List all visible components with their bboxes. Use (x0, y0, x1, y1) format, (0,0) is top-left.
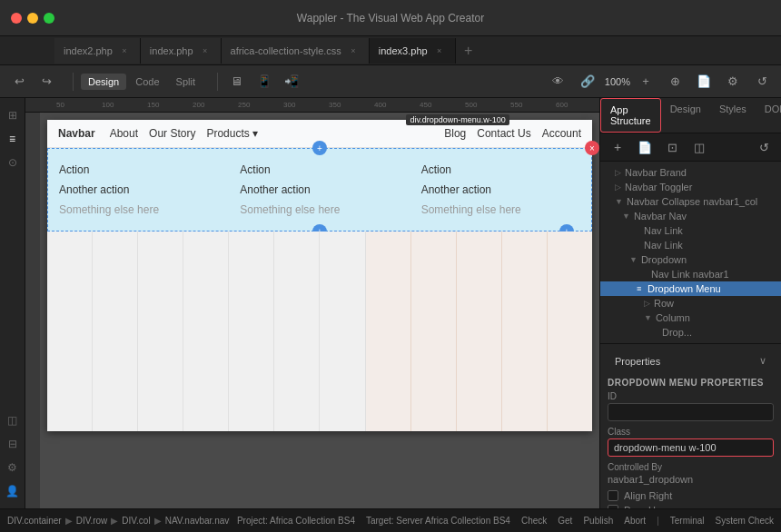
tab-styles[interactable]: Styles (710, 98, 756, 133)
tree-item-navnav[interactable]: ▼ Navbar Nav (600, 209, 781, 223)
gear-icon[interactable]: ⚙ (3, 458, 23, 478)
tree-item-dropdown-menu[interactable]: ≡ Dropdown Menu (600, 281, 781, 296)
add-tab-button[interactable]: + (456, 38, 481, 64)
design-mode-button[interactable]: Design (81, 74, 126, 90)
tree-item-drop[interactable]: Drop... (600, 325, 781, 340)
tree-item-collapse[interactable]: ▼ Navbar Collapse navbar1_col (600, 194, 781, 209)
refresh-button[interactable]: ↺ (750, 71, 774, 93)
redo-button[interactable]: ↪ (35, 71, 58, 93)
empty-canvas (47, 232, 592, 431)
minimize-button[interactable] (27, 13, 38, 24)
tab-style[interactable]: africa-collection-style.css × (222, 38, 370, 64)
target-label[interactable]: Target: Server Africa Collection BS4 (366, 516, 510, 526)
tree-item-toggler[interactable]: ▷ Navbar Toggler (600, 180, 781, 194)
zoom-in-button[interactable]: + (634, 71, 657, 93)
delete-button[interactable]: × (585, 141, 599, 155)
add-element-button[interactable]: ⊕ (663, 71, 687, 93)
nav-ourstory[interactable]: Our Story (149, 127, 195, 140)
nav-account[interactable]: Account (542, 127, 581, 140)
dropdown-item[interactable]: Another action (421, 180, 580, 200)
structure-icon[interactable]: ≡ (3, 129, 23, 149)
assets-icon[interactable]: ⊟ (3, 434, 23, 454)
tree-item-row[interactable]: ▷ Row (600, 296, 781, 310)
tree-add-button[interactable]: + (606, 136, 629, 158)
id-input[interactable] (608, 403, 774, 421)
nav-blog[interactable]: Blog (444, 127, 466, 140)
dropdown-item[interactable]: Another action (59, 180, 218, 200)
device-phone-button[interactable]: 📲 (280, 71, 303, 93)
tab-bar: index2.php × index.php × africa-collecti… (0, 36, 781, 65)
mode-group: Design Code Split (81, 74, 203, 90)
nav-links: About Our Story div.dropdown-menu.w-100 … (110, 127, 258, 140)
tab-index3[interactable]: index3.php × (370, 38, 456, 64)
split-mode-button[interactable]: Split (169, 74, 203, 90)
close-tab-icon[interactable]: × (118, 44, 131, 57)
tab-index2[interactable]: index2.php × (54, 38, 141, 64)
maximize-button[interactable] (44, 13, 54, 24)
properties-header: Properties ∨ (608, 351, 774, 370)
device-tablet-button[interactable]: 📱 (252, 71, 276, 93)
path-col[interactable]: DIV.col (122, 516, 150, 526)
database-icon[interactable]: ⊙ (3, 153, 23, 172)
settings-button[interactable]: ⚙ (721, 71, 745, 93)
check-button[interactable]: Check (521, 516, 547, 526)
tree-item-navlink2[interactable]: Nav Link (600, 238, 781, 252)
path-row[interactable]: DIV.row (76, 516, 108, 526)
publish-button[interactable]: Publish (583, 516, 613, 526)
close-tab-icon[interactable]: × (433, 44, 446, 57)
path-nav[interactable]: NAV.navbar.navbar-expand-lg (165, 516, 230, 526)
nav-contact[interactable]: Contact Us (477, 127, 530, 140)
abort-button[interactable]: Abort (624, 516, 646, 526)
tab-index[interactable]: index.php × (141, 38, 222, 64)
add-above-button[interactable]: + (312, 141, 327, 155)
code-mode-button[interactable]: Code (128, 74, 166, 90)
components-icon[interactable]: ◫ (3, 410, 23, 430)
close-tab-icon[interactable]: × (347, 44, 360, 57)
dropdown-item[interactable]: Action (59, 160, 218, 180)
tree-component-button[interactable]: ◫ (687, 136, 711, 158)
device-desktop-button[interactable]: 🖥 (225, 71, 249, 93)
tree-item-dropdown[interactable]: ▼ Dropdown (600, 252, 781, 267)
system-check-button[interactable]: System Check (716, 516, 774, 526)
tab-design[interactable]: Design (661, 98, 710, 133)
project-label[interactable]: Project: Africa Collection BS4 (237, 516, 355, 526)
dropdown-item-divider[interactable]: Something else here (59, 200, 218, 220)
tree-item-brand[interactable]: ▷ Navbar Brand (600, 165, 781, 180)
path-container[interactable]: DIV.container (7, 516, 62, 526)
dropdown-item[interactable]: Action (421, 160, 580, 180)
user-icon[interactable]: 👤 (3, 481, 23, 501)
tree-refresh-button[interactable]: ↺ (752, 136, 776, 158)
close-tab-icon[interactable]: × (199, 44, 212, 57)
nav-products[interactable]: Products ▾ (206, 127, 257, 140)
align-right-checkbox[interactable] (608, 490, 618, 501)
tree-item-navlink-navbar1[interactable]: Nav Link navbar1 (600, 267, 781, 281)
tree-file-button[interactable]: 📄 (633, 136, 657, 158)
canvas-content: Navbar About Our Story div.dropdown-menu… (40, 113, 599, 508)
status-bar: DIV.container ▶ DIV.row ▶ DIV.col ▶ NAV.… (0, 508, 781, 532)
nav-about[interactable]: About (110, 127, 138, 140)
get-button[interactable]: Get (558, 516, 572, 526)
class-input[interactable] (608, 438, 774, 457)
drop-up-checkbox[interactable] (608, 505, 618, 508)
preview-button[interactable]: 👁 (547, 71, 570, 93)
close-button[interactable] (11, 13, 22, 24)
dropdown-item-divider[interactable]: Something else here (421, 200, 580, 220)
terminal-button[interactable]: Terminal (670, 516, 705, 526)
dropdown-item[interactable]: Action (240, 160, 399, 180)
dropdown-item-divider[interactable]: Something else here (240, 200, 399, 220)
elements-icon[interactable]: ⊞ (3, 105, 23, 125)
link-button[interactable]: 🔗 (576, 71, 599, 93)
undo-button[interactable]: ↩ (7, 71, 31, 93)
tree-item-column[interactable]: ▼ Column (600, 310, 781, 325)
tab-dom[interactable]: DOM (756, 98, 781, 133)
navbar-brand[interactable]: Navbar (58, 127, 95, 140)
dropdown-item[interactable]: Another action (240, 180, 399, 200)
tab-app-structure[interactable]: App Structure (600, 98, 661, 133)
dropdown-menu[interactable]: Action Another action Something else her… (47, 148, 592, 232)
webpage: Navbar About Our Story div.dropdown-menu… (47, 120, 592, 431)
zoom-indicator: 100% + (605, 71, 657, 93)
new-file-button[interactable]: 📄 (692, 71, 716, 93)
tree-move-button[interactable]: ⊡ (660, 136, 684, 158)
properties-toggle[interactable]: ∨ (759, 355, 766, 367)
tree-item-navlink1[interactable]: Nav Link (600, 223, 781, 238)
